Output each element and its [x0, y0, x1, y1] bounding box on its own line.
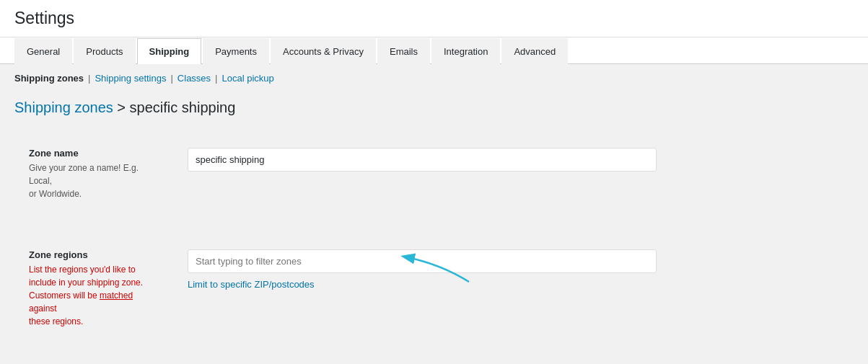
separator-2: | [170, 73, 172, 84]
zone-regions-th: Zone regions List the regions you'd like… [14, 232, 173, 345]
zone-regions-table: Zone regions List the regions you'd like… [14, 232, 854, 345]
page-header: Settings [0, 0, 868, 37]
zone-name-desc: Give your zone a name! E.g. Local, or Wo… [29, 161, 159, 200]
zone-filter-input[interactable] [188, 249, 657, 273]
tabs-bar: General Products Shipping Payments Accou… [0, 37, 868, 64]
tab-shipping[interactable]: Shipping [137, 38, 202, 64]
page-title: Settings [14, 9, 854, 28]
limit-link[interactable]: Limit to specific ZIP/postcodes [188, 279, 839, 290]
breadcrumb-link[interactable]: Shipping zones [14, 99, 113, 115]
tab-products[interactable]: Products [74, 38, 135, 64]
zone-name-row: Zone name Give your zone a name! E.g. Lo… [14, 130, 854, 218]
subnav-classes[interactable]: Classes [177, 73, 211, 84]
zone-regions-row: Zone regions List the regions you'd like… [14, 232, 854, 345]
sub-nav: Shipping zones | Shipping settings | Cla… [0, 64, 868, 92]
settings-form: Zone name Give your zone a name! E.g. Lo… [0, 130, 868, 360]
tab-advanced[interactable]: Advanced [501, 38, 568, 64]
tab-payments[interactable]: Payments [203, 38, 269, 64]
zone-name-heading: Zone name [29, 148, 79, 159]
matched-text: matched [100, 290, 133, 301]
filter-container [188, 249, 657, 273]
zone-name-input[interactable] [188, 148, 657, 172]
separator-3: | [215, 73, 217, 84]
tab-integration[interactable]: Integration [431, 38, 500, 64]
subnav-local-pickup[interactable]: Local pickup [222, 73, 274, 84]
zone-name-table: Zone name Give your zone a name! E.g. Lo… [14, 130, 854, 218]
zone-regions-heading: Zone regions [29, 249, 88, 260]
subnav-shipping-zones: Shipping zones [14, 73, 84, 84]
breadcrumb-current: specific shipping [130, 99, 236, 115]
tab-general[interactable]: General [14, 38, 72, 64]
breadcrumb-separator: > [117, 99, 129, 115]
breadcrumb: Shipping zones > specific shipping [0, 92, 868, 130]
separator-1: | [88, 73, 90, 84]
tab-accounts-privacy[interactable]: Accounts & Privacy [271, 38, 376, 64]
zone-regions-desc: List the regions you'd like to include i… [29, 263, 159, 328]
zone-regions-td: Limit to specific ZIP/postcodes [173, 232, 854, 345]
zone-name-td [173, 130, 854, 218]
tab-emails[interactable]: Emails [377, 38, 430, 64]
zone-name-th: Zone name Give your zone a name! E.g. Lo… [14, 130, 173, 218]
subnav-shipping-settings[interactable]: Shipping settings [95, 73, 166, 84]
